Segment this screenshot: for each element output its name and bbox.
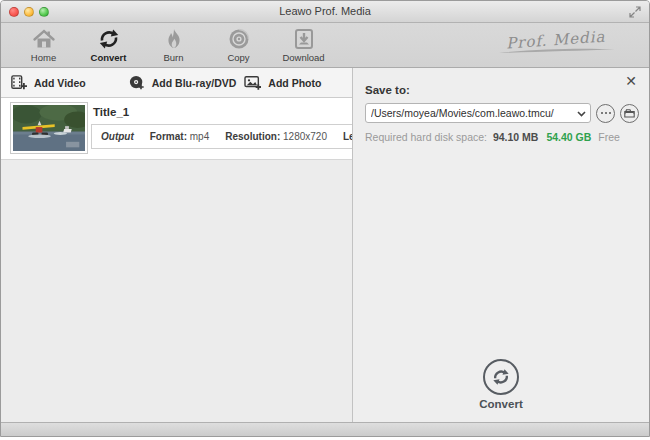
save-path-row: /Users/moyea/Movies/com.leawo.tmcu/ <box>365 103 641 123</box>
toolbar-download[interactable]: Download <box>271 27 336 63</box>
window-bottom-bar <box>1 422 649 437</box>
convert-arrows-icon <box>491 367 511 387</box>
toolbar-home[interactable]: Home <box>11 27 76 63</box>
add-video-icon <box>10 75 28 91</box>
add-bluray-dvd-label: Add Blu-ray/DVD <box>152 77 237 89</box>
toolbar-copy-label: Copy <box>227 52 249 63</box>
media-item-details: Output Format: mp4 Resolution: 1280x720 … <box>91 124 352 149</box>
add-photo-icon <box>244 75 262 91</box>
open-folder-button[interactable] <box>620 104 639 123</box>
toolbar-copy[interactable]: Copy <box>206 27 271 63</box>
window-title: Leawo Prof. Media <box>1 5 649 17</box>
titlebar: Leawo Prof. Media <box>1 1 649 23</box>
prof-media-logo-text: Prof. Media <box>506 28 606 53</box>
toolbar-convert[interactable]: Convert <box>76 27 141 63</box>
close-panel-icon[interactable]: ✕ <box>625 74 637 88</box>
toolbar-convert-label: Convert <box>91 52 127 63</box>
chevron-down-icon <box>577 111 586 117</box>
add-photo-button[interactable]: Add Photo <box>244 75 321 91</box>
burn-flame-icon <box>162 27 186 51</box>
output-label: Output <box>101 131 134 142</box>
media-item-title: Title_1 <box>93 106 129 118</box>
required-space-row: Required hard disk space: 94.10 MB 54.40… <box>365 131 620 143</box>
video-thumbnail <box>11 103 87 153</box>
add-bluray-dvd-icon <box>128 75 146 91</box>
save-path-dropdown[interactable]: /Users/moyea/Movies/com.leawo.tmcu/ <box>365 103 591 123</box>
app-window: Leawo Prof. Media Home Convert <box>0 0 650 437</box>
prof-media-logo: Prof. Media <box>491 31 621 55</box>
free-space-label: Free <box>598 131 620 143</box>
required-space-label: Required hard disk space: <box>365 131 487 143</box>
resolution-field: Resolution: 1280x720 <box>225 131 327 142</box>
toolbar-download-label: Download <box>282 52 324 63</box>
add-photo-label: Add Photo <box>268 77 321 89</box>
media-list-item[interactable]: Title_1 Output Format: mp4 Resolution: 1… <box>1 98 352 160</box>
free-space-value: 54.40 GB <box>546 131 591 143</box>
toolbar-burn-label: Burn <box>163 52 183 63</box>
convert-action: Convert <box>353 359 649 410</box>
home-icon <box>32 27 56 51</box>
convert-icon <box>97 27 121 51</box>
convert-button[interactable] <box>483 359 519 395</box>
ellipsis-icon <box>601 112 611 114</box>
add-toolbar: Add Video Add Blu-ray/DVD <box>1 68 352 98</box>
toolbar-burn[interactable]: Burn <box>141 27 206 63</box>
save-path-value: /Users/moyea/Movies/com.leawo.tmcu/ <box>371 107 572 119</box>
required-space-value: 94.10 MB <box>493 131 539 143</box>
media-list-panel: Add Video Add Blu-ray/DVD <box>1 68 353 422</box>
save-settings-panel: ✕ Save to: /Users/moyea/Movies/com.leawo… <box>353 68 649 422</box>
add-video-button[interactable]: Add Video <box>10 75 86 91</box>
convert-button-label: Convert <box>479 398 522 410</box>
main-toolbar: Home Convert Burn <box>1 23 649 68</box>
format-field: Format: mp4 <box>150 131 209 142</box>
copy-disc-icon <box>227 27 251 51</box>
browse-folder-button[interactable] <box>596 104 615 123</box>
save-to-label: Save to: <box>365 84 410 96</box>
folder-icon <box>624 109 635 118</box>
toolbar-home-label: Home <box>31 52 56 63</box>
add-bluray-dvd-button[interactable]: Add Blu-ray/DVD <box>128 75 237 91</box>
length-field: Length: 00:03:04 <box>343 131 352 142</box>
download-icon <box>292 27 316 51</box>
add-video-label: Add Video <box>34 77 86 89</box>
content-area: Add Video Add Blu-ray/DVD <box>1 68 649 422</box>
resize-icon[interactable] <box>629 6 641 18</box>
